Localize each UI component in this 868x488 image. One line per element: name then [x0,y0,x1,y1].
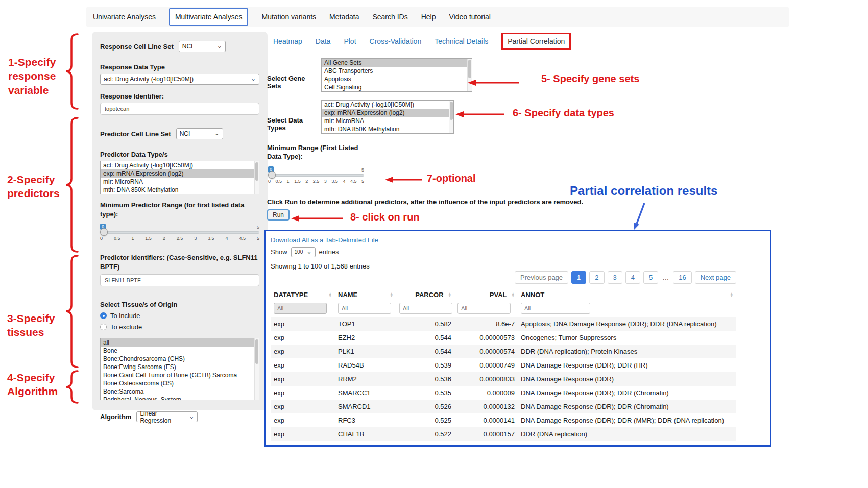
radio-selected-icon[interactable] [100,312,107,319]
annotation-step3: 3-Specify tissues [7,311,63,339]
response-cell-line-set-value: NCI [182,43,193,50]
scrollbar-thumb[interactable] [450,102,453,120]
tab-plot[interactable]: Plot [344,37,356,45]
filter-input-name[interactable] [338,303,391,314]
top-navigation: Univariate Analyses Multivariate Analyse… [86,7,789,27]
cell-annot: Oncogenes; Tumor Suppressors [518,331,736,345]
gene-set-option[interactable]: ABC Transporters [322,67,472,75]
predictor-data-type-option[interactable]: mir: MicroRNA [101,178,259,186]
tab-heatmap[interactable]: Heatmap [273,37,302,45]
filter-input-annot[interactable] [521,303,590,314]
nav-item-video-tutorial[interactable]: Video tutorial [449,13,491,21]
sort-icon[interactable]: ▲▼ [329,292,332,298]
cell-parcor: 0.536 [396,372,454,386]
page-ellipsis: … [661,272,670,283]
nav-item-metadata[interactable]: Metadata [329,13,359,21]
tab-technical-details[interactable]: Technical Details [435,37,488,45]
scrollbar-thumb[interactable] [255,339,258,364]
predictor-data-type-option[interactable]: mth: DNA 850K Methylation [101,186,259,194]
slider-track[interactable] [100,231,259,234]
predictor-identifiers-input[interactable] [100,274,259,286]
filter-input-parcor[interactable] [399,303,452,314]
scrollbar-thumb[interactable] [255,162,258,181]
nav-item-univariate-analyses[interactable]: Univariate Analyses [93,13,156,21]
column-header-pval[interactable]: PVAL [490,291,507,299]
column-header-annot[interactable]: ANNOT [521,291,544,299]
nav-item-mutation-variants[interactable]: Mutation variants [261,13,316,21]
nav-item-multivariate-analyses[interactable]: Multivariate Analyses [169,8,249,26]
annotation-step6: 6- Specify data types [513,107,614,119]
column-header-parcor[interactable]: PARCOR [415,291,443,299]
page-button-2[interactable]: 2 [589,271,604,284]
scrollbar-thumb[interactable] [468,60,471,78]
arrow-gene-sets [468,79,520,87]
nav-item-help[interactable]: Help [421,13,436,21]
data-type-option[interactable]: mth: DNA 850K Methylation [322,125,453,133]
tissue-option[interactable]: Peripheral_Nervous_System [101,396,259,400]
tissue-option[interactable]: Bone:Sarcoma [101,387,259,396]
predictor-data-type-option-selected[interactable]: exp: mRNA Expression (log2) [101,169,259,178]
tab-partial-correlation[interactable]: Partial Correlation [501,33,571,50]
data-type-option-selected[interactable]: exp: mRNA Expression (log2) [322,109,453,117]
cell-datatype: exp [271,317,335,331]
sort-icon[interactable]: ▲▼ [730,292,733,298]
cell-name: EZH2 [335,331,396,345]
predictor-data-type-option[interactable]: act: Drug Activity (-log10[IC50M]) [101,161,259,169]
tissue-option[interactable]: Bone:Chondrosarcoma (CHS) [101,355,259,363]
page-button-5[interactable]: 5 [643,271,658,284]
tissue-option-selected[interactable]: all [101,338,259,347]
slider-track[interactable] [268,174,364,177]
data-type-option[interactable]: act: Drug Activity (-log10[IC50M]) [322,101,453,109]
scrollbar[interactable] [449,101,453,133]
sort-icon[interactable]: ▲▼ [448,292,451,298]
gene-set-option[interactable]: Cell Signaling [322,83,472,91]
response-data-type-select[interactable]: act: Drug Activity (-log10[IC50M]) ⌄ [100,74,259,85]
results-table: DATATYPE▲▼ NAME▲▼ PARCOR▲▼ PVAL▲▼ ANNOT▲… [271,287,736,441]
algorithm-select[interactable]: Linear Regression ⌄ [136,411,198,422]
show-entries-select[interactable]: 100 ⌄ [291,247,316,257]
tissue-option[interactable]: Bone:Ewing Sarcoma (ES) [101,363,259,371]
column-header-name[interactable]: NAME [338,291,357,299]
scrollbar[interactable] [254,338,259,400]
response-identifier-input[interactable] [100,103,259,115]
gene-set-option[interactable]: Apoptosis [322,75,472,83]
scrollbar[interactable] [254,161,259,194]
data-type-option[interactable]: mir: MicroRNA [322,117,453,125]
page-button-16[interactable]: 16 [673,271,691,284]
tissue-exclude-radio[interactable]: To exclude [100,323,259,331]
response-cell-line-set-select[interactable]: NCI ⌄ [179,41,226,52]
slider-max-label: 5 [361,167,364,173]
page-button-4[interactable]: 4 [625,271,640,284]
predictor-data-types-listbox: act: Drug Activity (-log10[IC50M]) exp: … [100,161,259,194]
tissue-include-radio[interactable]: To include [100,312,259,320]
previous-page-button[interactable]: Previous page [515,271,568,284]
tissue-option[interactable]: Bone [101,347,259,355]
filter-input-pval[interactable] [457,303,511,314]
nav-item-search-ids[interactable]: Search IDs [372,13,407,21]
slider-handle[interactable] [100,228,108,236]
tick-label: 3.5 [208,236,214,241]
chevron-down-icon: ⌄ [217,44,222,49]
table-row: exp SMARCC1 0.535 0.000009 DNA Damage Re… [271,386,736,400]
radio-unselected-icon[interactable] [100,324,107,330]
sort-icon[interactable]: ▲▼ [512,292,515,298]
predictor-cell-line-set-select[interactable]: NCI ⌄ [176,128,223,139]
sort-icon[interactable]: ▲▼ [390,292,393,298]
column-header-datatype[interactable]: DATATYPE [274,291,308,299]
filter-input-datatype[interactable] [274,303,327,314]
data-types-listbox: act: Drug Activity (-log10[IC50M]) exp: … [321,100,454,134]
cell-datatype: exp [271,413,335,427]
next-page-button[interactable]: Next page [695,271,736,284]
tab-data[interactable]: Data [316,37,331,45]
download-link[interactable]: Download All as a Tab-Delimited File [271,236,378,244]
slider-handle[interactable] [268,171,276,179]
response-cell-line-set-label: Response Cell Line Set [100,43,174,51]
tab-cross-validation[interactable]: Cross-Validation [370,37,422,45]
page-button-3[interactable]: 3 [608,271,622,284]
gene-set-option-selected[interactable]: All Gene Sets [322,59,472,67]
run-button[interactable]: Run [267,209,290,221]
page-button-1[interactable]: 1 [571,271,586,284]
tissue-option[interactable]: Bone:Giant Cell Tumor of Bone (GCTB) Sar… [101,371,259,379]
response-identifier-label: Response Identifier: [100,92,259,100]
tissue-option[interactable]: Bone:Osteosarcoma (OS) [101,379,259,387]
